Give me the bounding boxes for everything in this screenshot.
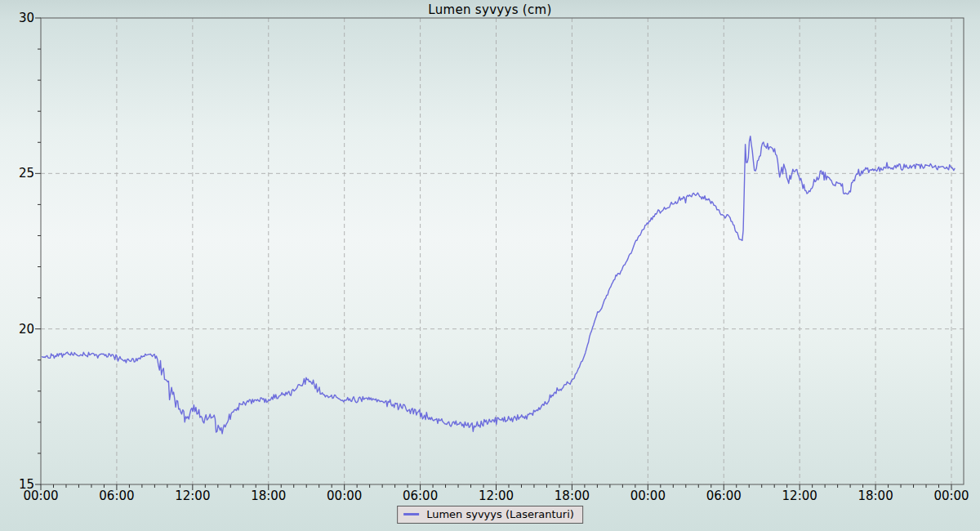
x-tick-label: 06:00 — [99, 489, 134, 503]
x-tick-label: 12:00 — [175, 489, 210, 503]
chart-plot: 00:0006:0012:0018:0000:0006:0012:0018:00… — [0, 0, 980, 531]
y-tick-label: 15 — [19, 477, 34, 492]
legend: Lumen syvyys (Laseranturi) — [397, 506, 583, 524]
y-tick-label: 30 — [19, 11, 34, 25]
x-tick-label: 06:00 — [706, 489, 742, 503]
plot-frame — [41, 18, 964, 484]
gridlines — [41, 18, 964, 484]
x-tick-label: 12:00 — [479, 489, 514, 503]
x-tick-label: 12:00 — [782, 489, 817, 503]
x-tick-label: 18:00 — [858, 489, 893, 503]
legend-label: Lumen syvyys (Laseranturi) — [426, 508, 574, 520]
x-tick-label: 18:00 — [555, 489, 590, 503]
x-tick-label: 06:00 — [403, 489, 438, 503]
y-tick-label: 20 — [19, 322, 34, 337]
x-tick-label: 18:00 — [251, 489, 286, 503]
x-tick-label: 00:00 — [630, 489, 666, 503]
x-tick-label: 00:00 — [933, 489, 969, 503]
y-tick-label: 25 — [19, 166, 34, 181]
chart-container: Lumen syvyys (cm) 00:0006:0012:0018:0000… — [0, 0, 980, 531]
x-tick-label: 00:00 — [327, 489, 362, 503]
axis-labels: 00:0006:0012:0018:0000:0006:0012:0018:00… — [19, 11, 969, 503]
series-line-lumen-syvyys — [42, 136, 956, 434]
legend-line-swatch — [403, 513, 419, 515]
